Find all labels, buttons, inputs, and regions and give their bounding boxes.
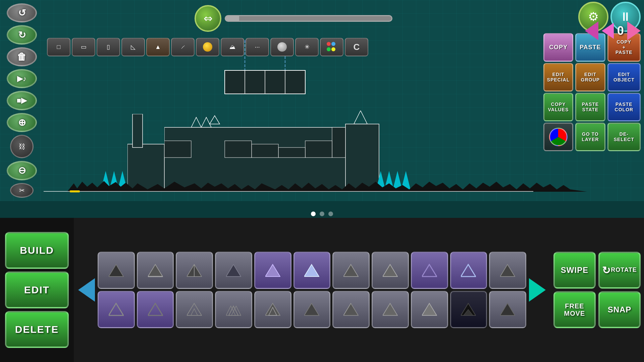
strip-item-burst[interactable]: ✳ (295, 38, 319, 56)
obj-tri-15[interactable] (215, 291, 252, 328)
music-button[interactable]: ▶♪ (7, 69, 37, 88)
edit-object-button[interactable]: EDITOBJECT (607, 63, 641, 92)
obj-tri-18[interactable] (332, 291, 370, 328)
obj-tri-6[interactable] (293, 252, 331, 289)
speed-slider[interactable] (225, 15, 392, 22)
strip-item-square[interactable]: □ (47, 38, 70, 56)
svg-marker-51 (265, 303, 280, 315)
free-snap-row: FREEMOVE SNAP (553, 291, 641, 328)
obj-tri-14[interactable] (176, 291, 213, 328)
obj-tri-10[interactable] (450, 252, 487, 289)
link-button[interactable]: ⛓ (10, 135, 34, 158)
redo-icon: ↻ (18, 29, 26, 41)
scissors-button[interactable]: ✂ (10, 183, 34, 198)
paste-color-label: PASTECOLOR (615, 102, 634, 112)
scissors-icon: ✂ (19, 186, 25, 194)
obj-tri-13[interactable] (137, 291, 174, 328)
strip-item-bc[interactable] (320, 38, 343, 56)
strip-item-slope[interactable]: ◺ (121, 38, 145, 56)
zoom-out-button[interactable]: ⊖ (7, 161, 37, 180)
trash-button[interactable]: 🗑 (7, 47, 37, 66)
svg-marker-38 (304, 264, 319, 277)
obj-tri-16[interactable] (254, 291, 291, 328)
zoom-in-icon: ⊕ (18, 117, 26, 128)
svg-marker-37 (265, 264, 280, 277)
layer-nav: 0 (585, 21, 641, 40)
edit-object-label: EDITOBJECT (613, 72, 635, 82)
layer-next-button[interactable] (627, 21, 641, 40)
strip-item-triangle[interactable]: ▲ (146, 38, 170, 56)
dot-3[interactable] (328, 212, 333, 216)
undo-button[interactable]: ↺ (7, 3, 37, 22)
obj-tri-12[interactable] (98, 291, 135, 328)
grid-next-button[interactable] (529, 278, 546, 302)
strip-item-dots[interactable]: ··· (246, 38, 269, 56)
edit-group-button[interactable]: EDITGROUP (575, 63, 605, 92)
snap-label: SNAP (608, 305, 632, 314)
layer-row: GO TOLAYER DE-SELECT (543, 123, 641, 151)
deselect-button[interactable]: DE-SELECT (607, 123, 641, 151)
obj-tri-2[interactable] (137, 252, 174, 289)
svg-marker-44 (109, 303, 123, 315)
strip-item-rect[interactable]: ▭ (72, 38, 95, 56)
platform-tower-left (127, 114, 164, 191)
rotate-button[interactable]: ↻ ROTATE (598, 252, 641, 289)
strip-item-diagonal[interactable]: ⟋ (171, 38, 195, 56)
edit-special-button[interactable]: EDITSPECIAL (543, 63, 573, 92)
free-move-label: FREEMOVE (564, 302, 585, 317)
obj-tri-17[interactable] (293, 291, 331, 328)
paste-color-button[interactable]: PASTECOLOR (607, 93, 641, 121)
obj-tri-3[interactable] (176, 252, 213, 289)
svg-rect-23 (252, 144, 278, 158)
delete-mode-button[interactable]: DELETE (5, 311, 69, 348)
svg-marker-10 (117, 171, 127, 191)
svg-marker-15 (191, 117, 201, 127)
svg-marker-47 (191, 309, 198, 315)
color-button[interactable] (543, 123, 573, 151)
build-mode-button[interactable]: BUILD (5, 232, 69, 269)
copy-label: COPY (549, 44, 568, 51)
obj-tri-5[interactable] (254, 252, 291, 289)
obj-tri-1[interactable] (98, 252, 135, 289)
layer-prev-small-button[interactable] (602, 23, 614, 39)
free-move-button[interactable]: FREEMOVE (553, 291, 596, 328)
go-to-layer-button[interactable]: GO TOLAYER (575, 123, 605, 151)
redo-button[interactable]: ↻ (7, 25, 37, 44)
grid-prev-button[interactable] (78, 278, 95, 302)
obj-tri-7[interactable] (332, 252, 370, 289)
svg-marker-53 (304, 303, 319, 315)
svg-marker-30 (401, 171, 411, 191)
obj-tri-20[interactable] (411, 291, 448, 328)
obj-tri-8[interactable] (372, 252, 409, 289)
swipe-button[interactable]: SWIPE (553, 252, 596, 289)
stop-button[interactable]: ■▶ (7, 91, 37, 110)
obj-tri-9[interactable] (411, 252, 448, 289)
strip-item-c[interactable]: C (345, 38, 368, 56)
obj-tri-19[interactable] (372, 291, 409, 328)
paste-state-button[interactable]: PASTESTATE (575, 93, 605, 121)
svg-marker-32 (148, 264, 163, 277)
strip-item-terrain[interactable]: ⛰ (221, 38, 244, 56)
snap-button[interactable]: SNAP (598, 291, 641, 328)
zoom-in-button[interactable]: ⊕ (7, 113, 37, 132)
obj-tri-4[interactable] (215, 252, 252, 289)
obj-tri-11[interactable] (489, 252, 526, 289)
dot-1[interactable] (311, 212, 316, 216)
obj-tri-21[interactable] (450, 291, 487, 328)
strip-item-circle[interactable] (196, 38, 219, 56)
edit-special-label: EDITSPECIAL (547, 72, 570, 82)
speed-slider-fill (226, 16, 239, 21)
svg-marker-56 (383, 303, 397, 315)
edit-mode-button[interactable]: EDIT (5, 272, 69, 308)
obj-tri-22[interactable] (489, 291, 526, 328)
dot-2[interactable] (320, 212, 324, 216)
strip-item-ball[interactable] (270, 38, 294, 56)
object-grid (98, 252, 526, 328)
copy-button[interactable]: COPY (543, 33, 573, 62)
game-canvas: ↺ ↻ 🗑 ▶♪ ■▶ ⊕ ⛓ ⊖ ✂ (0, 0, 644, 201)
copy-values-button[interactable]: COPYVALUES (543, 93, 573, 121)
speed-icon-button[interactable]: ⇔ (195, 5, 221, 32)
svg-marker-41 (422, 264, 437, 277)
layer-prev-button[interactable] (585, 21, 598, 40)
strip-item-tall[interactable]: ▯ (97, 38, 120, 56)
